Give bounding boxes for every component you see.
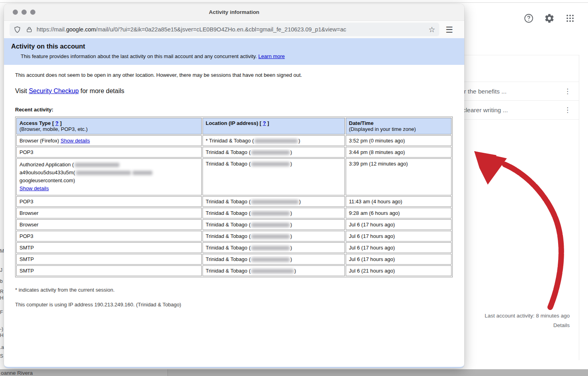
redacted-ip-blur: [251, 223, 290, 227]
redacted-ip-blur: [255, 139, 298, 143]
table-row: SMTPTrinidad & Tobago ()Jul 6 (21 hours …: [16, 265, 452, 276]
access-type-cell: Browser: [16, 219, 202, 230]
clipped-text-fragment: S: [0, 353, 4, 359]
clipped-text-fragment: b: [0, 279, 4, 284]
security-checkup-link[interactable]: Security Checkup: [29, 88, 78, 94]
redacted-ip-blur: [251, 269, 294, 273]
session-status-text: This account does not seem to be open in…: [15, 72, 456, 78]
redacted-ip-blur: [75, 163, 119, 167]
url-text: https://mail.google.com/mail/u/0/?ui=2&i…: [37, 26, 425, 33]
redacted-ip-blur: [251, 246, 290, 250]
email-snippet-row[interactable]: ver the benefits ...⋮: [458, 82, 577, 101]
access-type-cell: SMTP: [16, 242, 202, 253]
bookmark-star-icon[interactable]: ☆: [428, 26, 435, 33]
clipped-text-fragment: R: [0, 289, 4, 294]
redacted-ip-blur: [251, 150, 290, 155]
access-type-cell: POP3: [16, 231, 202, 242]
redacted-ip-blur: [251, 200, 298, 204]
redacted-ip-blur: [76, 171, 131, 175]
redacted-ip-blur: [251, 257, 290, 262]
table-row: BrowserTrinidad & Tobago ()9:28 am (6 ho…: [16, 208, 452, 218]
card-divider: [464, 55, 579, 55]
datetime-cell: Jul 6 (17 hours ago): [346, 231, 452, 242]
clipped-text-fragment: .a: [0, 345, 4, 350]
red-annotation-arrow: [458, 139, 585, 318]
access-type-help-link[interactable]: ?: [55, 120, 58, 126]
window-title: Activity information: [4, 9, 464, 15]
access-type-cell: Browser: [16, 208, 202, 218]
location-header: Location (IP address) [ ? ]: [202, 118, 345, 134]
table-row: Browser (Firefox) Show details* Trinidad…: [16, 135, 452, 146]
activity-header-title: Activity on this account: [11, 43, 457, 50]
clipped-text-fragment: F: [0, 310, 4, 315]
access-type-cell: Authorized Application (a49oulsou5dsu433…: [16, 158, 202, 195]
show-details-link[interactable]: Show details: [60, 138, 90, 144]
activity-header: Activity on this account This feature pr…: [4, 38, 464, 65]
browser-top-edge: [0, 2, 588, 3]
location-cell: Trinidad & Tobago (): [202, 208, 345, 218]
recent-activity-label: Recent activity:: [15, 107, 456, 113]
learn-more-link[interactable]: Learn more: [258, 53, 284, 59]
details-link[interactable]: Details: [490, 322, 570, 328]
activity-header-description: This feature provides information about …: [21, 53, 457, 59]
datetime-cell: 3:39 pm (12 minutes ago): [346, 158, 452, 195]
table-row: Authorized Application (a49oulsou5dsu433…: [16, 158, 452, 195]
access-type-cell: Browser (Firefox) Show details: [16, 135, 202, 146]
access-type-cell: POP3: [16, 147, 202, 158]
computer-ip-line: This computer is using IP address 190.21…: [15, 302, 456, 308]
email-snippet-text: ver the benefits ...: [458, 88, 506, 95]
recent-activity-table: Access Type [ ? ] (Browser, mobile, POP3…: [15, 117, 453, 277]
menu-hamburger-icon[interactable]: ☰: [446, 25, 453, 34]
datetime-cell: Jul 6 (17 hours ago): [346, 254, 452, 265]
table-header-row: Access Type [ ? ] (Browser, mobile, POP3…: [16, 118, 452, 134]
settings-gear-icon[interactable]: [544, 13, 555, 23]
location-cell: Trinidad & Tobago (): [202, 147, 345, 158]
show-details-link[interactable]: Show details: [19, 185, 49, 191]
access-type-cell: SMTP: [16, 254, 202, 265]
datetime-header: Date/Time (Displayed in your time zone): [346, 118, 452, 134]
google-apps-grid-icon[interactable]: [565, 13, 575, 23]
clipped-text-fragment: M: [0, 248, 4, 254]
browser-url-row: https://mail.google.com/mail/u/0/?ui=2&i…: [4, 21, 464, 38]
clipped-text-fragment: J: [0, 267, 4, 273]
table-row: POP3Trinidad & Tobago ()Jul 6 (17 hours …: [16, 231, 452, 242]
clipped-text-fragment: -): [0, 326, 4, 332]
email-snippet-text: r, clearer writing ...: [458, 107, 508, 114]
address-bar[interactable]: https://mail.google.com/mail/u/0/?ui=2&i…: [10, 23, 439, 36]
datetime-cell: Jul 6 (21 hours ago): [346, 265, 452, 276]
access-type-header: Access Type [ ? ] (Browser, mobile, POP3…: [16, 118, 202, 134]
location-cell: Trinidad & Tobago (): [202, 265, 345, 276]
table-row: BrowserTrinidad & Tobago ()Jul 6 (17 hou…: [16, 219, 452, 230]
datetime-cell: Jul 6 (17 hours ago): [346, 242, 452, 253]
email-snippet-row[interactable]: r, clearer writing ...⋮: [458, 101, 577, 119]
current-session-footnote: * indicates activity from the current se…: [15, 287, 456, 293]
window-titlebar[interactable]: Activity information: [4, 4, 464, 21]
card-right-edge: [579, 55, 579, 360]
dimmed-bottom-bar: [0, 369, 588, 376]
location-cell: Trinidad & Tobago (): [202, 254, 345, 265]
security-checkup-line: Visit Security Checkup for more details: [15, 88, 456, 95]
location-cell: * Trinidad & Tobago (): [202, 135, 345, 146]
location-cell: Trinidad & Tobago (): [202, 231, 345, 242]
redacted-ip-blur: [251, 234, 290, 239]
clipped-text-fragment: H: [0, 295, 4, 301]
lock-icon: [26, 26, 33, 33]
help-icon[interactable]: [524, 13, 534, 23]
datetime-cell: 3:44 pm (8 minutes ago): [346, 147, 452, 158]
card-divider: [464, 119, 579, 120]
table-row: SMTPTrinidad & Tobago ()Jul 6 (17 hours …: [16, 254, 452, 265]
clipped-text-fragment: H: [0, 333, 4, 338]
datetime-cell: Jul 6 (17 hours ago): [346, 219, 452, 230]
access-type-cell: POP3: [16, 196, 202, 207]
activity-information-window: Activity information https://mail.google…: [4, 4, 464, 368]
datetime-cell: 3:52 pm (0 minutes ago): [346, 135, 452, 146]
location-cell: Trinidad & Tobago (): [202, 219, 345, 230]
access-type-cell: SMTP: [16, 265, 202, 276]
table-row: POP3Trinidad & Tobago ()11:43 am (4 hour…: [16, 196, 452, 207]
table-row: SMTPTrinidad & Tobago ()Jul 6 (17 hours …: [16, 242, 452, 253]
gmail-header-icons: [524, 13, 575, 23]
contact-name-fragment: oanne Rivera: [1, 370, 33, 376]
redacted-ip-blur: [132, 171, 152, 175]
datetime-cell: 11:43 am (4 hours ago): [346, 196, 452, 207]
location-cell: Trinidad & Tobago (): [202, 196, 345, 207]
